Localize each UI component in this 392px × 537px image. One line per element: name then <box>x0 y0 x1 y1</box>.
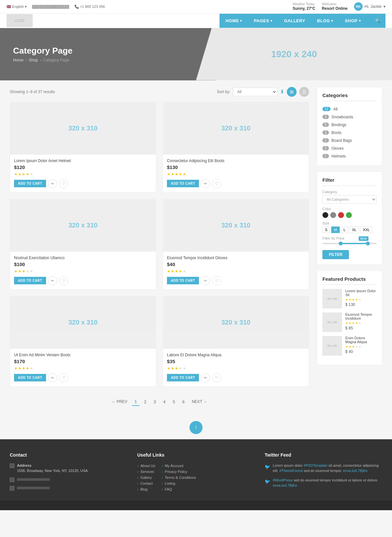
user-block[interactable]: RK Hi, Jackie ▾ <box>354 2 385 11</box>
category-boots[interactable]: 3 Boots <box>322 129 377 137</box>
footer-link-listing[interactable]: Listing <box>162 480 196 486</box>
user-dropdown-icon[interactable]: ▾ <box>384 4 385 9</box>
grid-view-button[interactable]: ⊞ <box>287 87 297 97</box>
tweet-item: 🐦 Lorem ipsum dolor #PSDTemplate sit ame… <box>265 463 382 474</box>
weather-block: Weather Today Sunny, 27°C <box>293 2 315 11</box>
featured-stars: ★ ★ ★ ★ ★ <box>345 345 377 348</box>
tweet-hashtag2[interactable]: #ThemeForest <box>279 469 303 473</box>
size-xxl-button[interactable]: XXL <box>360 227 372 233</box>
breadcrumb-shop[interactable]: Shop <box>29 58 38 62</box>
add-to-cart-button[interactable]: ADD TO CART <box>14 374 46 381</box>
add-to-cart-button[interactable]: ADD TO CART <box>167 180 199 187</box>
featured-thumb: 80 x 80 <box>322 336 342 356</box>
tweet-link1[interactable]: enva.to/L7BjKo <box>343 469 368 473</box>
footer-link-gallery[interactable]: Gallery <box>137 475 155 480</box>
footer-contact-title: Contact <box>10 452 127 458</box>
list-view-button[interactable]: ☰ <box>299 87 309 97</box>
featured-title: Featured Products <box>322 276 377 285</box>
category-gloves[interactable]: 4 Gloves <box>322 144 377 152</box>
category-board-bags[interactable]: 2 Board Bags <box>322 137 377 144</box>
wishlist-icon[interactable]: ♡ <box>212 276 221 285</box>
breadcrumb-current: Category Page <box>43 58 69 62</box>
color-red[interactable] <box>338 212 344 218</box>
color-black[interactable] <box>322 212 328 218</box>
edit-icon[interactable]: ✏ <box>201 276 210 285</box>
nav-pages[interactable]: PAGES ▾ <box>248 14 278 28</box>
page-4-button[interactable]: 4 <box>160 398 168 406</box>
color-green[interactable] <box>346 212 352 218</box>
footer-link-privacy[interactable]: Privacy Policy <box>162 469 196 475</box>
page-2-button[interactable]: 2 <box>141 398 149 406</box>
edit-icon[interactable]: ✏ <box>201 179 210 188</box>
product-stars: ★ ★ ★ ★ ★ <box>167 269 305 274</box>
add-to-cart-button[interactable]: ADD TO CART <box>167 374 199 381</box>
page-5-button[interactable]: 5 <box>170 398 178 406</box>
footer-link-faq[interactable]: FAQ <box>162 486 196 492</box>
prev-page-button[interactable]: ← PREV <box>109 398 130 405</box>
price-handle-right[interactable] <box>366 242 370 245</box>
filter-button[interactable]: FILTER <box>322 250 349 259</box>
filter-category-select[interactable]: All Categories <box>322 195 377 204</box>
page-1-button[interactable]: 1 <box>132 398 139 406</box>
nav-gallery[interactable]: GALLERY <box>278 14 311 28</box>
product-image: 320 x 310 <box>10 296 156 349</box>
footer-email <box>10 485 127 491</box>
size-xl-button[interactable]: XL <box>350 227 359 233</box>
category-bindings[interactable]: 5 Bindings <box>322 121 377 129</box>
tweet-link2[interactable]: enva.to/L7BjKo <box>273 483 297 487</box>
star-1: ★ <box>14 269 18 274</box>
language-selector[interactable]: 🇬🇧 English ▾ <box>7 5 27 9</box>
search-icon[interactable]: 🔍 <box>370 14 385 28</box>
color-gray[interactable] <box>330 212 336 218</box>
star-2: ★ <box>171 366 174 371</box>
footer-link-blog[interactable]: Blog <box>137 486 155 492</box>
scroll-top-button[interactable]: ↑ <box>189 421 203 434</box>
footer-link-contact[interactable]: Contact <box>137 480 155 486</box>
category-count: 11 <box>322 107 331 111</box>
sort-select[interactable]: All Price: Low to High Price: High to Lo… <box>233 88 277 96</box>
edit-icon[interactable]: ✏ <box>48 373 57 382</box>
product-grid: 320 x 310 Lorem Ipsum Dolor Amet Helmet … <box>10 102 309 387</box>
add-to-cart-button[interactable]: ADD TO CART <box>167 277 199 284</box>
footer: Contact Address 1556, Broadway, New York… <box>0 439 392 500</box>
footer-link-terms[interactable]: Terms & Conditions <box>162 475 196 480</box>
star-2: ★ <box>18 269 22 274</box>
showing-text: Showing 1–9 of 37 results <box>10 90 55 94</box>
price-handle-left[interactable] <box>339 242 343 245</box>
footer-link-about[interactable]: About Us <box>137 463 155 469</box>
edit-icon[interactable]: ✏ <box>48 276 57 285</box>
wishlist-icon[interactable]: ♡ <box>59 373 68 382</box>
nav-home[interactable]: HOME ▾ <box>220 14 248 28</box>
size-l-button[interactable]: L <box>341 227 348 233</box>
category-all[interactable]: 11 All <box>322 105 377 113</box>
footer-link-services[interactable]: Services <box>137 469 155 475</box>
wishlist-icon[interactable]: ♡ <box>212 373 221 382</box>
edit-icon[interactable]: ✏ <box>48 179 57 188</box>
edit-icon[interactable]: ✏ <box>201 373 210 382</box>
page-6-button[interactable]: 6 <box>180 398 187 406</box>
size-m-button[interactable]: M <box>331 227 339 233</box>
add-to-cart-button[interactable]: ADD TO CART <box>14 277 46 284</box>
breadcrumb-home[interactable]: Home <box>13 58 24 62</box>
footer-link-myaccount[interactable]: My Account <box>162 463 196 469</box>
page-header: Category Page Home › Shop › Category Pag… <box>0 28 392 80</box>
categories-widget: Categories 11 All 3 Snowboards 5 Binding… <box>317 87 382 166</box>
wishlist-icon[interactable]: ♡ <box>212 179 221 188</box>
tweet-hashtag[interactable]: #PSDTemplate <box>303 463 327 467</box>
next-page-button[interactable]: NEXT → <box>189 398 210 405</box>
site-logo[interactable]: LOGO <box>7 14 33 27</box>
price-slider[interactable]: $896 <box>322 243 377 244</box>
wishlist-icon[interactable]: ♡ <box>59 276 68 285</box>
phone-number[interactable]: 📞 +1 800 123 456 <box>74 5 105 9</box>
nav-blog[interactable]: BLOG ▾ <box>311 14 339 28</box>
category-helmets[interactable]: 1 Helmets <box>322 152 377 160</box>
category-snowboards[interactable]: 3 Snowboards <box>322 113 377 121</box>
nav-shop[interactable]: SHOP ▾ <box>339 14 367 28</box>
tweet-hashtag3[interactable]: #WordPress <box>273 478 292 482</box>
add-to-cart-button[interactable]: ADD TO CART <box>14 180 46 187</box>
page-3-button[interactable]: 3 <box>151 398 158 406</box>
size-s-button[interactable]: S <box>322 227 330 233</box>
star-3: ★ <box>175 269 178 274</box>
wishlist-icon[interactable]: ♡ <box>59 179 68 188</box>
star-4: ★ <box>179 269 182 274</box>
